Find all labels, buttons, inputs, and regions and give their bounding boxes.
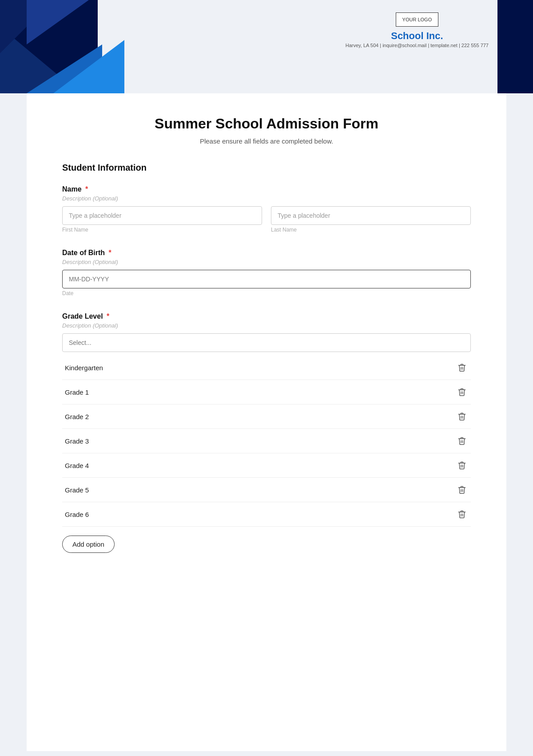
delete-option-icon[interactable] — [456, 361, 468, 374]
list-item: Grade 6 — [62, 502, 471, 527]
section-title: Student Information — [62, 163, 471, 173]
header: YOUR LOGO School Inc. Harvey, LA 504 | i… — [0, 0, 533, 93]
logo-placeholder: YOUR LOGO — [396, 12, 439, 27]
dob-input[interactable] — [62, 270, 471, 288]
list-item: Grade 1 — [62, 380, 471, 404]
delete-option-icon[interactable] — [456, 484, 468, 496]
delete-option-icon[interactable] — [456, 459, 468, 472]
delete-option-icon[interactable] — [456, 386, 468, 398]
delete-option-icon[interactable] — [456, 435, 468, 447]
dob-sublabel: Date — [62, 290, 471, 296]
form-subtitle: Please ensure all fields are completed b… — [62, 137, 471, 145]
field-group-dob: Date of Birth * Description (Optional) D… — [62, 249, 471, 296]
option-label: Kindergarten — [65, 364, 103, 372]
list-item: Grade 3 — [62, 429, 471, 453]
field-description-name: Description (Optional) — [62, 195, 471, 202]
field-description-grade: Description (Optional) — [62, 322, 471, 329]
option-label: Grade 4 — [65, 462, 89, 469]
list-item: Grade 2 — [62, 404, 471, 429]
option-label: Grade 3 — [65, 437, 89, 445]
add-option-button[interactable]: Add option — [62, 536, 115, 553]
required-indicator-grade: * — [107, 312, 109, 320]
required-indicator-name: * — [85, 185, 88, 193]
first-name-wrapper: First Name — [62, 206, 262, 233]
header-art — [0, 0, 142, 93]
delete-option-icon[interactable] — [456, 508, 468, 520]
list-item: Kindergarten — [62, 356, 471, 380]
school-info: Harvey, LA 504 | inquire@school.mail | t… — [346, 43, 489, 48]
grade-options-list: Kindergarten Grade 1 — [62, 356, 471, 527]
grade-select-input[interactable] — [62, 333, 471, 352]
delete-option-icon[interactable] — [456, 410, 468, 423]
list-item: Grade 5 — [62, 478, 471, 502]
list-item: Grade 4 — [62, 453, 471, 478]
first-name-input[interactable] — [62, 206, 262, 225]
last-name-sublabel: Last Name — [271, 227, 471, 233]
required-indicator-dob: * — [108, 249, 111, 256]
option-label: Grade 1 — [65, 388, 89, 396]
page-wrapper: YOUR LOGO School Inc. Harvey, LA 504 | i… — [0, 0, 533, 756]
form-title: Summer School Admission Form — [62, 116, 471, 132]
option-label: Grade 6 — [65, 511, 89, 518]
field-group-grade: Grade Level * Description (Optional) Kin… — [62, 312, 471, 553]
name-field-row: First Name Last Name — [62, 206, 471, 233]
option-label: Grade 2 — [65, 413, 89, 420]
option-label: Grade 5 — [65, 486, 89, 494]
last-name-input[interactable] — [271, 206, 471, 225]
field-label-name: Name * — [62, 185, 471, 193]
school-name: School Inc. — [346, 30, 489, 42]
field-label-dob: Date of Birth * — [62, 249, 471, 257]
last-name-wrapper: Last Name — [271, 206, 471, 233]
logo-area: YOUR LOGO School Inc. Harvey, LA 504 | i… — [346, 12, 489, 48]
form-container: Summer School Admission Form Please ensu… — [27, 93, 506, 751]
field-label-grade: Grade Level * — [62, 312, 471, 320]
field-group-name: Name * Description (Optional) First Name… — [62, 185, 471, 233]
field-description-dob: Description (Optional) — [62, 259, 471, 265]
header-right-strip — [497, 0, 533, 93]
first-name-sublabel: First Name — [62, 227, 262, 233]
